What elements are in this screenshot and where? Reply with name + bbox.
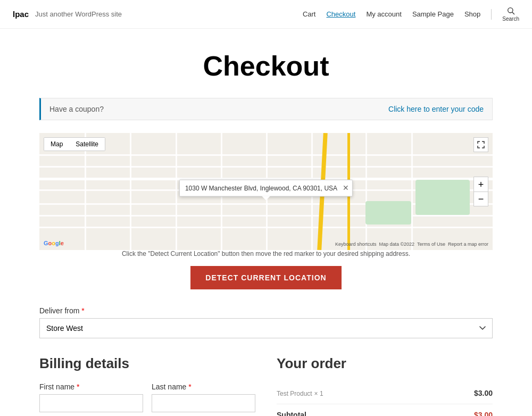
nav-checkout[interactable]: Checkout	[326, 10, 355, 18]
fullscreen-icon	[477, 141, 485, 148]
map-fullscreen-button[interactable]	[473, 137, 488, 152]
main-content: Checkout Have a coupon? Click here to en…	[27, 29, 505, 416]
detect-instruction: Click the "Detect Current Location" butt…	[39, 250, 493, 257]
map-attribution: Keyboard shortcuts Map data ©2022 Terms …	[335, 242, 488, 247]
deliver-from-section: Deliver from * Store West Store East Sto…	[39, 306, 493, 338]
order-subtotal-row: Subtotal $3.00	[277, 404, 493, 416]
order-product-price: $3.00	[474, 389, 493, 397]
main-nav: Cart Checkout My account Sample Page Sho…	[303, 6, 519, 22]
map-zoom-controls: + −	[473, 177, 488, 206]
detect-location-button[interactable]: DETECT CURRENT LOCATION	[190, 266, 341, 289]
site-header: lpac Just another WordPress site Cart Ch…	[0, 0, 532, 29]
billing-title: Billing details	[39, 355, 255, 372]
coupon-text: Have a coupon?	[49, 105, 104, 113]
detect-button-wrapper: DETECT CURRENT LOCATION	[39, 266, 493, 289]
nav-shop[interactable]: Shop	[464, 10, 480, 18]
billing-order-section: Billing details First name * Last name *	[39, 355, 493, 416]
site-title: lpac	[13, 10, 29, 19]
search-label: Search	[502, 16, 519, 22]
map-data-text: Map data ©2022 Terms of Use Report a map…	[378, 242, 488, 247]
map-zoom-in[interactable]: +	[473, 177, 488, 192]
keyboard-shortcuts[interactable]: Keyboard shortcuts	[335, 242, 377, 247]
map-address-popup: 1030 W Manchester Blvd, Inglewood, CA 90…	[179, 180, 353, 197]
order-subtotal-label: Subtotal	[277, 411, 306, 416]
order-title: Your order	[277, 355, 493, 372]
popup-close[interactable]: ✕	[343, 184, 349, 192]
map-section: Map Satellite + − 1030 W Manchester Blvd…	[39, 133, 493, 257]
first-name-group: First name *	[39, 382, 143, 412]
first-name-label: First name *	[39, 382, 143, 391]
nav-sample-page[interactable]: Sample Page	[412, 10, 454, 18]
nav-cart[interactable]: Cart	[303, 10, 316, 18]
last-name-group: Last name *	[152, 382, 255, 412]
nav-divider	[491, 9, 492, 20]
page-title: Checkout	[39, 29, 493, 98]
order-product-name: Test Product × 1	[277, 389, 323, 397]
map-container[interactable]: Map Satellite + − 1030 W Manchester Blvd…	[39, 133, 493, 250]
store-select[interactable]: Store West Store East Store North	[39, 318, 493, 338]
order-product-row: Test Product × 1 $3.00	[277, 382, 493, 404]
map-type-bar: Map Satellite	[44, 137, 105, 151]
required-star: *	[81, 306, 84, 315]
map-type-satellite[interactable]: Satellite	[69, 138, 105, 151]
last-name-input[interactable]	[152, 394, 255, 412]
billing-section: Billing details First name * Last name *	[39, 355, 255, 416]
header-left: lpac Just another WordPress site	[13, 10, 122, 19]
nav-my-account[interactable]: My account	[366, 10, 401, 18]
deliver-from-label: Deliver from *	[39, 306, 493, 315]
map-type-map[interactable]: Map	[44, 138, 69, 151]
map-zoom-out[interactable]: −	[473, 192, 488, 206]
google-logo: Google	[44, 238, 64, 247]
order-section: Your order Test Product × 1 $3.00 Subtot…	[277, 355, 493, 416]
name-row: First name * Last name *	[39, 382, 255, 416]
last-name-label: Last name *	[152, 382, 255, 391]
first-name-input[interactable]	[39, 394, 143, 412]
coupon-bar: Have a coupon? Click here to enter your …	[39, 98, 493, 120]
search-icon	[506, 6, 515, 15]
coupon-link[interactable]: Click here to enter your code	[388, 105, 484, 113]
site-tagline: Just another WordPress site	[35, 10, 122, 18]
svg-line-1	[512, 12, 514, 14]
order-subtotal-value: $3.00	[474, 411, 493, 416]
popup-address-text: 1030 W Manchester Blvd, Inglewood, CA 90…	[185, 185, 337, 192]
search-button[interactable]: Search	[502, 6, 519, 22]
